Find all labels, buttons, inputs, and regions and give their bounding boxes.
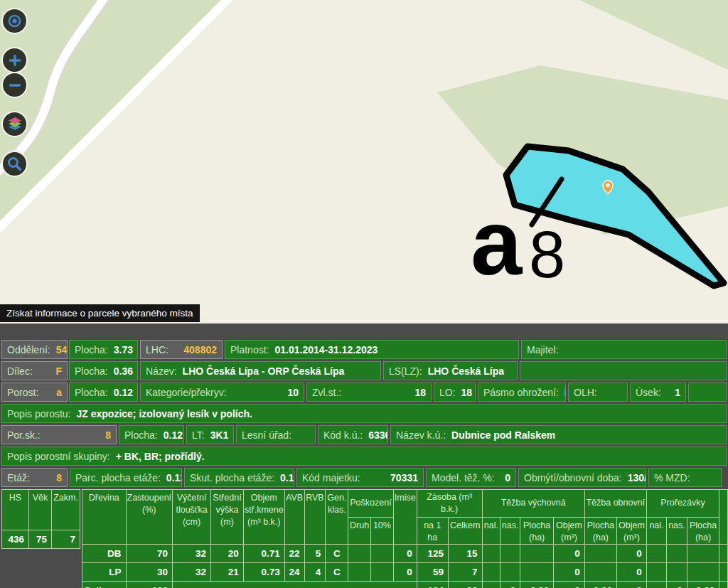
field-label: Zvl.st.: — [312, 387, 341, 398]
table-cell: 100 — [126, 581, 173, 588]
table-cell — [482, 581, 500, 588]
field-pasmo: Pásmo ohrožení:D — [478, 383, 566, 402]
table-cell — [667, 544, 687, 562]
table-cell: 0 — [617, 562, 647, 581]
field-value: JZ expozice; izolovaný lesík v polích. — [77, 408, 252, 419]
stand-summary-table: HS Věk Zakm. 436 75 7 — [1, 489, 80, 549]
field-kod-majetku: Kód majetku:70331 — [296, 468, 424, 487]
table-cell — [646, 544, 666, 562]
table-cell — [500, 562, 520, 581]
field-label: Lesní úřad: — [242, 429, 291, 441]
info-row-dilec: Dílec:F Plocha:0.36 Název:LHO Česká Lípa… — [0, 361, 728, 380]
table-cell — [371, 562, 394, 581]
locate-button[interactable] — [1, 8, 28, 34]
table-cell — [719, 581, 728, 588]
species-detail-table: Dřevina Zastoupení (%) Výčetní tloušťka … — [82, 489, 728, 588]
field-label: Kód majetku: — [302, 472, 360, 483]
field-label: Skut. plocha etáže: — [190, 472, 274, 483]
field-value: LHO Česká Lípa - ORP Česká Lípa — [183, 365, 345, 377]
search-button[interactable] — [1, 151, 28, 177]
field-label: Etáž: — [7, 472, 30, 483]
table-cell: 0 — [393, 562, 417, 581]
field-label: Platnost: — [230, 344, 269, 356]
field-value: 1 — [675, 387, 680, 398]
field-label: Porost: — [7, 387, 38, 398]
map-canvas[interactable]: a 8 — [0, 0, 728, 324]
field-kategorie: Kategorie/překryv:10 — [140, 383, 304, 402]
field-value: + BK, BR; prořídlý. — [116, 451, 205, 462]
table-cell: Celkem: — [82, 581, 127, 588]
field-label: Kategorie/překryv: — [146, 387, 227, 398]
table-cell: 0.00 — [687, 581, 719, 588]
field-label: OLH: — [574, 387, 597, 398]
column-header: Výčetní tloušťka (cm) — [173, 490, 211, 545]
column-group-header: Těžba výchovná — [482, 490, 584, 518]
field-plocha-oddeleni: Plocha:3.73 — [69, 340, 138, 359]
zoom-out-button[interactable] — [1, 72, 28, 98]
column-header: nal. — [646, 517, 666, 544]
table-cell — [646, 581, 666, 588]
map-tooltip: Získat informace o parcele vybraného mís… — [0, 304, 200, 322]
field-value: 408802 — [183, 344, 217, 356]
info-row-oddeleni: Oddělení:54 Plocha:3.73 LHC:408802 Platn… — [0, 340, 728, 359]
field-label: Plocha: — [124, 429, 158, 441]
table-cell — [348, 562, 371, 581]
column-header: Plocha (ha) — [520, 517, 554, 544]
field-plocha-dilec: Plocha:0.36 — [69, 361, 138, 380]
zoom-in-button[interactable] — [1, 47, 28, 73]
table-cell: 22 — [448, 581, 482, 588]
table-cell: 0 — [554, 581, 584, 588]
info-row-etaz: Etáž:8 Parc. plocha etáže:0.12 Skut. plo… — [0, 468, 728, 487]
field-value: 0.12 — [166, 472, 182, 483]
field-obmyti: Obmýtí/obnovní doba:130/40 — [518, 468, 646, 487]
field-value: Dubnice pod Ralskem — [451, 429, 555, 441]
field-label: Kód k.ú.: — [323, 429, 363, 441]
layers-button[interactable] — [1, 111, 28, 137]
field-value: 8 — [56, 472, 62, 483]
table-cell: 24 — [284, 562, 304, 581]
table-cell: 0 — [667, 581, 687, 588]
field-label: Oddělení: — [7, 344, 50, 356]
table-cell — [687, 544, 719, 562]
field-label: Název: — [146, 365, 177, 377]
table-cell: 5 — [304, 544, 326, 562]
empty-cell — [688, 383, 727, 402]
field-kod-ku: Kód k.ú.:633666 — [318, 425, 388, 444]
table-cell — [520, 544, 554, 562]
field-olh: OLH: — [568, 383, 628, 402]
info-panel: Oddělení:54 Plocha:3.73 LHC:408802 Platn… — [0, 324, 728, 588]
field-label: Dílec: — [7, 365, 33, 377]
column-group-header: Prořezávky — [646, 490, 719, 518]
table-cell: 75 — [29, 530, 52, 549]
table-cell — [482, 562, 500, 581]
table-cell — [371, 544, 394, 562]
field-value: 70331 — [390, 472, 418, 483]
column-header: Střední výška (m) — [211, 490, 244, 545]
table-cell: 32 — [173, 562, 211, 581]
column-header: nal. — [482, 517, 500, 544]
field-label: LT: — [192, 429, 205, 441]
column-group-header: Poškození — [348, 490, 394, 518]
column-header: Plocha (ha) — [584, 517, 616, 544]
field-value: F — [55, 365, 62, 377]
field-value: 0.12 — [164, 429, 183, 441]
field-label: Plocha: — [75, 365, 108, 377]
table-cell — [687, 562, 719, 581]
field-nazev-ku: Název k.ú.:Dubnice pod Ralskem — [390, 425, 727, 444]
table-cell — [719, 544, 728, 562]
field-label: Obmýtí/obnovní doba: — [524, 472, 622, 483]
column-header: Gen. klas. — [326, 490, 348, 545]
table-cell: 59 — [417, 562, 448, 581]
field-ls-lz: LS(LZ):LHO Česká Lípa — [383, 361, 518, 380]
plus-icon — [7, 53, 23, 68]
column-group-header: Těžba obnovní — [584, 490, 646, 518]
field-label: Plocha: — [75, 387, 108, 398]
field-popis-porostu: Popis porostu:JZ expozice; izolovaný les… — [1, 404, 727, 423]
field-value: D — [564, 387, 566, 398]
field-value: a — [56, 387, 62, 398]
column-header: Objem stř.kmene (m³ b.k.) — [243, 490, 284, 545]
field-label: Úsek: — [636, 387, 661, 398]
table-cell — [584, 562, 616, 581]
table-cell: 0.73 — [243, 562, 284, 581]
field-parc-plocha: Parc. plocha etáže:0.12 — [70, 468, 182, 487]
